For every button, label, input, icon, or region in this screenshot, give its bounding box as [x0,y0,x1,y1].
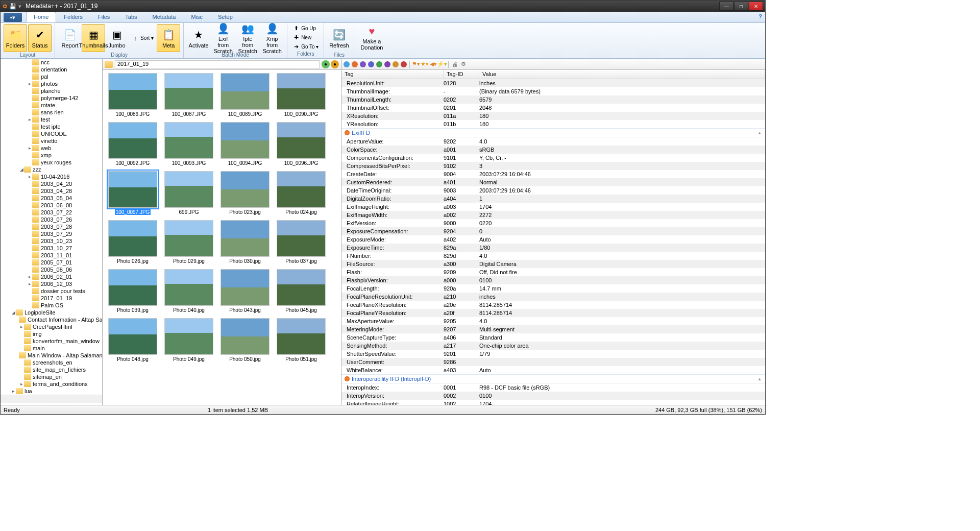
menu-setup[interactable]: Setup [210,12,240,22]
tree-hscroll[interactable] [1,395,102,403]
thumbnail-image[interactable] [277,122,326,159]
thumbnail-image[interactable] [220,73,270,110]
meta-row[interactable]: DateTimeOriginal:90032003:07:29 16:04:46 [341,186,765,195]
thumbnail-image[interactable] [164,122,213,159]
tree-item[interactable]: 2003_04_28 [1,187,102,195]
meta-row[interactable]: InteropVersion:00020100 [341,392,765,400]
thumbnail-image[interactable] [220,122,270,159]
meta-row[interactable]: WhiteBalance:a403Auto [341,366,765,374]
thumbnail[interactable]: Photo 023.jpg [217,171,273,215]
header-value[interactable]: Value [479,70,765,79]
meta-row[interactable]: ExifImageWidth:a0022272 [341,211,765,219]
meta-group-header[interactable]: Interoperability IFD (InteropIFD)▴ [341,374,765,383]
thumbnail[interactable]: Photo 029.jpg [161,220,217,264]
thumbnail-image[interactable] [164,171,213,208]
tree-item[interactable]: 2003_07_22 [1,209,102,216]
flag-tool[interactable]: ⚑▾ [412,61,420,68]
ribbon-make-a-donation[interactable]: ♥Make a Donation [357,24,386,52]
tree-item[interactable]: UNICODE [1,130,102,137]
thumbnail[interactable]: Photo 049.jpg [161,318,217,362]
meta-row[interactable]: ThumbnailLength:02026579 [341,95,765,104]
tree-item[interactable]: ▸2006_02_01 [1,273,102,280]
ribbon-iptc-from-scratch[interactable]: 👥Iptc from Scratch [236,24,259,52]
tree-item[interactable]: 2003_07_29 [1,230,102,237]
ribbon-go-up[interactable]: ⬆Go Up [290,24,321,33]
meta-row[interactable]: CompressedBitsPerPixel:91023 [341,162,765,170]
meta-row[interactable]: UserComment:9286 [341,358,765,366]
meta-row[interactable]: FocalPlaneXResolution:a20e8114.285714 [341,301,765,309]
print-tool[interactable]: 🖨 [451,61,458,68]
meta-row[interactable]: ShutterSpeedValue:92011/79 [341,350,765,358]
thumbnail-image[interactable] [277,73,326,110]
meta-filter-dot[interactable] [393,61,399,67]
ribbon-report[interactable]: 📄Report [58,24,82,52]
thumbnail[interactable]: 100_0093.JPG [161,122,217,166]
menu-metadata[interactable]: Metadata [145,12,184,22]
meta-row[interactable]: DigitalZoomRatio:a4041 [341,195,765,203]
meta-row[interactable]: ThumbnailImage:-(Binary data 6579 bytes) [341,87,765,95]
meta-filter-dot[interactable] [368,61,374,67]
meta-row[interactable]: ExifVersion:90000220 [341,219,765,227]
meta-row[interactable]: Flash:9209Off, Did not fire [341,268,765,276]
folder-tree[interactable]: nccorientationpal▸photosplanchepolymerge… [1,59,103,405]
tree-item[interactable]: ▸terms_and_conditions [1,380,102,388]
tree-item[interactable]: 2017_01_19 [1,295,102,302]
header-tagid[interactable]: Tag-ID [444,70,479,79]
thumbnail-image[interactable] [164,73,213,110]
tree-item[interactable]: ▸2006_12_03 [1,280,102,287]
meta-row[interactable]: ExposureCompensation:92040 [341,227,765,235]
tree-item[interactable]: polymerge-142 [1,94,102,102]
thumbnail-image[interactable] [108,220,157,257]
meta-row[interactable]: MeteringMode:9207Multi-segment [341,325,765,333]
thumbnail-image[interactable] [220,220,270,257]
meta-row[interactable]: ApertureValue:92024.0 [341,137,765,146]
ribbon-xmp-from-scratch[interactable]: 👤Xmp from Scratch [260,24,284,52]
minimize-button[interactable]: — [719,2,733,11]
tree-item[interactable]: 2003_06_08 [1,202,102,209]
thumbnail-image[interactable] [108,269,157,306]
tree-item[interactable]: orientation [1,66,102,73]
thumbnail-image[interactable] [220,318,270,355]
tree-item[interactable]: 2005_07_01 [1,259,102,266]
help-icon[interactable]: ? [758,13,762,19]
thumbnail-image[interactable] [277,171,326,208]
tree-item[interactable]: 2003_04_20 [1,180,102,187]
thumbnail[interactable]: Photo 030.jpg [217,220,273,264]
thumbnail[interactable]: 100_0086.JPG [105,73,161,117]
tree-item[interactable]: screenshots_en [1,359,102,366]
menu-tabs[interactable]: Tabs [117,12,144,22]
meta-row[interactable]: XResolution:011a180 [341,112,765,120]
ribbon-exif-from-scratch[interactable]: 👤Exif from Scratch [211,24,235,52]
meta-row[interactable]: ExposureMode:a402Auto [341,235,765,244]
ribbon-refresh[interactable]: 🔄Refresh [327,24,351,52]
tree-item[interactable]: dossier pour tests [1,287,102,295]
ribbon-new[interactable]: ✚New [290,33,321,42]
back-tool[interactable]: ◀▾ [430,61,437,68]
dropdown-icon[interactable]: ▾ [18,3,21,10]
meta-group-header[interactable]: ExifIFD▴ [341,128,765,137]
path-action-icon[interactable]: ● [322,60,330,68]
meta-row[interactable]: FocalPlaneYResolution:a20f8114.285714 [341,309,765,317]
ribbon-go-to-[interactable]: ➜Go To ▾ [290,42,321,51]
meta-row[interactable]: FocalLength:920a14.7 mm [341,284,765,293]
thumbnail[interactable]: Photo 024.jpg [273,171,329,215]
meta-filter-dot[interactable] [384,61,390,67]
tree-item[interactable]: ◢zzz [1,166,102,173]
thumbnail[interactable]: Photo 037.jpg [273,220,329,264]
meta-row[interactable]: CustomRendered:a401Normal [341,178,765,186]
meta-row[interactable]: SceneCaptureType:a406Standard [341,333,765,342]
thumbnail[interactable]: Photo 051.jpg [273,318,329,362]
menu-files[interactable]: Files [90,12,117,22]
meta-filter-dot[interactable] [376,61,382,67]
tree-item[interactable]: main [1,345,102,352]
meta-filter-dot[interactable] [401,61,407,67]
meta-row[interactable]: ExifImageHeight:a0031704 [341,203,765,211]
thumbnail-image[interactable] [277,220,326,257]
tree-item[interactable]: test iptc [1,123,102,130]
tree-item[interactable]: ▸10-04-2016 [1,173,102,180]
tree-item[interactable]: site_map_en_fichiers [1,366,102,373]
tree-item[interactable]: 2003_07_26 [1,216,102,223]
thumbnail[interactable]: 100_0089.JPG [217,73,273,117]
thumbnail-image[interactable] [220,269,270,306]
meta-row[interactable]: YResolution:011b180 [341,120,765,128]
